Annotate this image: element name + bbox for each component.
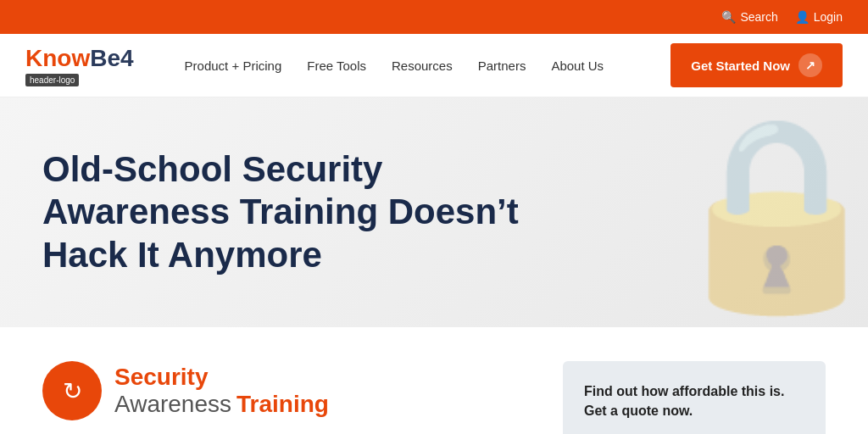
get-started-button[interactable]: Get Started Now ↗ [670, 43, 843, 87]
login-label: Login [814, 10, 843, 24]
hero-title: Old-School Security Awareness Training D… [42, 148, 534, 276]
sat-training: Training [236, 391, 329, 418]
search-link[interactable]: 🔍 Search [721, 10, 777, 24]
hero-section: 🔒 Old-School Security Awareness Training… [0, 97, 868, 327]
logo-area: KnowBe4 header-logo [25, 45, 134, 86]
sat-text-block: Security Awareness Training [114, 364, 329, 418]
nav-about-us[interactable]: About Us [551, 58, 604, 73]
login-link[interactable]: 👤 Login [795, 10, 843, 24]
logo-badge: header-logo [25, 74, 79, 86]
nav-links: Product + Pricing Free Tools Resources P… [185, 58, 671, 73]
left-content: ↻ Security Awareness Training KnowBe4 is… [42, 361, 529, 434]
logo[interactable]: KnowBe4 [25, 45, 134, 72]
main-nav: KnowBe4 header-logo Product + Pricing Fr… [0, 34, 868, 97]
nav-product-pricing[interactable]: Product + Pricing [185, 58, 282, 73]
user-icon: 👤 [795, 10, 810, 24]
nav-partners[interactable]: Partners [478, 58, 526, 73]
nav-free-tools[interactable]: Free Tools [307, 58, 366, 73]
top-bar: 🔍 Search 👤 Login [0, 0, 868, 34]
hero-background-icon: 🔒 [660, 103, 868, 322]
content-section: ↻ Security Awareness Training KnowBe4 is… [0, 327, 868, 434]
cta-label: Get Started Now [691, 58, 790, 73]
arrow-icon: ↗ [798, 53, 822, 77]
sat-logo: ↻ Security Awareness Training [42, 361, 529, 420]
sat-circle-icon: ↻ [42, 361, 102, 420]
search-label: Search [740, 10, 777, 24]
sat-awareness: Awareness [114, 391, 231, 418]
quote-form: Find out how affordable this is. Get a q… [563, 361, 826, 434]
logo-know: Know [25, 45, 90, 71]
sat-security: Security [114, 364, 329, 391]
logo-be4: Be4 [90, 45, 133, 71]
nav-resources[interactable]: Resources [392, 58, 453, 73]
form-title: Find out how affordable this is. Get a q… [584, 382, 804, 420]
search-icon: 🔍 [721, 10, 736, 24]
